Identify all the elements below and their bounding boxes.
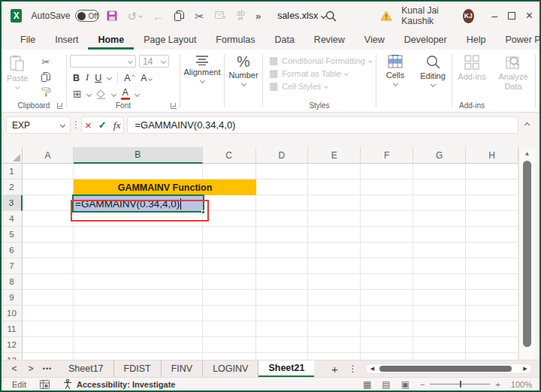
row-header-4[interactable]: 4 bbox=[2, 211, 23, 227]
grid-cell[interactable] bbox=[256, 258, 309, 274]
grid-cell[interactable] bbox=[23, 337, 74, 353]
row-header-9[interactable]: 9 bbox=[2, 290, 23, 306]
grid-cell[interactable] bbox=[466, 353, 518, 360]
grid-cell[interactable] bbox=[256, 274, 309, 290]
row-header-8[interactable]: 8 bbox=[2, 274, 23, 290]
row-header-2[interactable]: 2 bbox=[2, 179, 23, 195]
grid-cell[interactable] bbox=[256, 243, 309, 258]
search-icon[interactable] bbox=[325, 11, 337, 22]
cut-icon[interactable]: ✂ bbox=[195, 11, 204, 22]
qat-overflow-icon[interactable]: » bbox=[255, 11, 261, 21]
zoom-percent[interactable]: 100% bbox=[511, 380, 532, 389]
maximize-button[interactable] bbox=[503, 5, 521, 27]
zoom-slider-knob[interactable] bbox=[460, 381, 461, 387]
column-header-h[interactable]: H bbox=[466, 147, 518, 164]
grid-cell[interactable] bbox=[308, 243, 361, 258]
grid-cell[interactable] bbox=[308, 258, 361, 274]
column-header-b[interactable]: B bbox=[74, 147, 203, 164]
translate-icon[interactable]: ab⇄ bbox=[237, 11, 245, 21]
normal-view-icon[interactable]: ▦ bbox=[363, 379, 371, 390]
tab-power-pivot[interactable]: Power Pivot bbox=[495, 32, 541, 50]
next-sheet-icon[interactable]: > bbox=[24, 363, 38, 374]
grid-cell[interactable] bbox=[413, 353, 466, 360]
borders-button[interactable]: ⊞ bbox=[73, 89, 82, 99]
grid-cell[interactable] bbox=[256, 337, 309, 353]
grid-cell[interactable] bbox=[413, 164, 466, 179]
grid-cell[interactable] bbox=[23, 211, 74, 227]
expand-formula-bar-icon[interactable] bbox=[518, 116, 535, 134]
tab-page-layout[interactable]: Page Layout bbox=[134, 32, 206, 50]
grid-cell[interactable] bbox=[74, 306, 203, 321]
grid-cell[interactable] bbox=[308, 164, 361, 179]
sheet-tab-finv[interactable]: FINV bbox=[162, 360, 203, 377]
row-header-6[interactable]: 6 bbox=[2, 243, 23, 258]
grid-cell[interactable] bbox=[413, 195, 466, 211]
tab-help[interactable]: Help bbox=[457, 32, 496, 50]
grid-cell[interactable] bbox=[413, 290, 466, 306]
email-icon[interactable] bbox=[215, 11, 226, 20]
row-header-12[interactable]: 12 bbox=[2, 337, 23, 353]
column-header-a[interactable]: A bbox=[23, 147, 74, 164]
grid-cell[interactable] bbox=[413, 211, 466, 227]
cells-button[interactable]: Cells bbox=[376, 50, 414, 98]
number-button[interactable]: % Number bbox=[225, 50, 262, 98]
grid-cell[interactable] bbox=[74, 321, 203, 337]
sheet-list-icon[interactable]: ••• bbox=[41, 365, 54, 372]
fill-color-button[interactable] bbox=[96, 89, 107, 99]
grid-cell[interactable] bbox=[23, 274, 74, 290]
grid-cell[interactable] bbox=[203, 243, 256, 258]
page-break-view-icon[interactable]: ▣ bbox=[401, 379, 410, 390]
grid-cell[interactable] bbox=[256, 353, 309, 360]
grid-cell[interactable] bbox=[74, 243, 203, 258]
undo-icon[interactable]: ↺ bbox=[128, 11, 143, 22]
sheet-tab-fdist[interactable]: FDIST bbox=[114, 360, 162, 377]
font-color-button[interactable]: A bbox=[121, 88, 130, 100]
prev-sheet-icon[interactable]: < bbox=[8, 363, 21, 374]
grid-cell[interactable] bbox=[23, 258, 74, 274]
grid-cell[interactable] bbox=[308, 211, 361, 227]
tab-developer[interactable]: Developer bbox=[394, 32, 457, 50]
grid-cell[interactable] bbox=[361, 195, 413, 211]
zoom-out-icon[interactable]: − bbox=[420, 380, 425, 389]
column-header-f[interactable]: F bbox=[361, 147, 413, 164]
grid-cell[interactable] bbox=[256, 227, 309, 243]
sheet-tab-sheet17[interactable]: Sheet17 bbox=[59, 360, 114, 377]
row-header-11[interactable]: 11 bbox=[2, 321, 23, 337]
grid-cell[interactable] bbox=[308, 179, 361, 195]
clipboard-dialog-launcher[interactable] bbox=[57, 103, 63, 109]
grid-cell[interactable] bbox=[23, 227, 74, 243]
save-icon[interactable] bbox=[107, 11, 117, 21]
grid-cell[interactable] bbox=[308, 274, 361, 290]
grid-cell[interactable] bbox=[466, 227, 518, 243]
avatar[interactable]: KJ bbox=[463, 9, 474, 23]
back-arrow-icon[interactable]: ← bbox=[153, 11, 164, 22]
format-painter-button[interactable] bbox=[41, 87, 51, 97]
grid-cell[interactable] bbox=[361, 164, 413, 179]
grid-cell[interactable] bbox=[74, 227, 203, 243]
grid-cell[interactable] bbox=[308, 227, 361, 243]
column-header-d[interactable]: D bbox=[256, 147, 309, 164]
select-all-button[interactable] bbox=[2, 147, 23, 164]
grid-cell[interactable] bbox=[308, 321, 361, 337]
grid-cell[interactable] bbox=[256, 306, 309, 321]
font-size-combo[interactable]: 14 bbox=[139, 55, 169, 68]
grid-cell[interactable] bbox=[23, 243, 74, 258]
row-header-1[interactable]: 1 bbox=[2, 164, 23, 179]
underline-button[interactable]: U bbox=[95, 73, 101, 83]
paste-button[interactable]: Paste bbox=[2, 50, 33, 98]
grid-cell[interactable] bbox=[413, 258, 466, 274]
font-dialog-launcher[interactable] bbox=[171, 103, 177, 109]
grid-cell[interactable] bbox=[74, 274, 203, 290]
vertical-scroll-thumb[interactable] bbox=[523, 161, 531, 347]
grid-cell[interactable] bbox=[256, 164, 309, 179]
tab-formulas[interactable]: Formulas bbox=[206, 32, 264, 50]
grid-cell[interactable] bbox=[203, 337, 256, 353]
tab-review[interactable]: Review bbox=[304, 32, 355, 50]
grid-cell[interactable] bbox=[361, 258, 413, 274]
alignment-button[interactable]: Alignment bbox=[180, 50, 224, 98]
grid-cell[interactable] bbox=[203, 164, 256, 179]
grid-cell[interactable] bbox=[308, 195, 361, 211]
grid-cell[interactable] bbox=[466, 211, 518, 227]
grid-cell[interactable] bbox=[361, 321, 413, 337]
grid-cell[interactable] bbox=[466, 243, 518, 258]
